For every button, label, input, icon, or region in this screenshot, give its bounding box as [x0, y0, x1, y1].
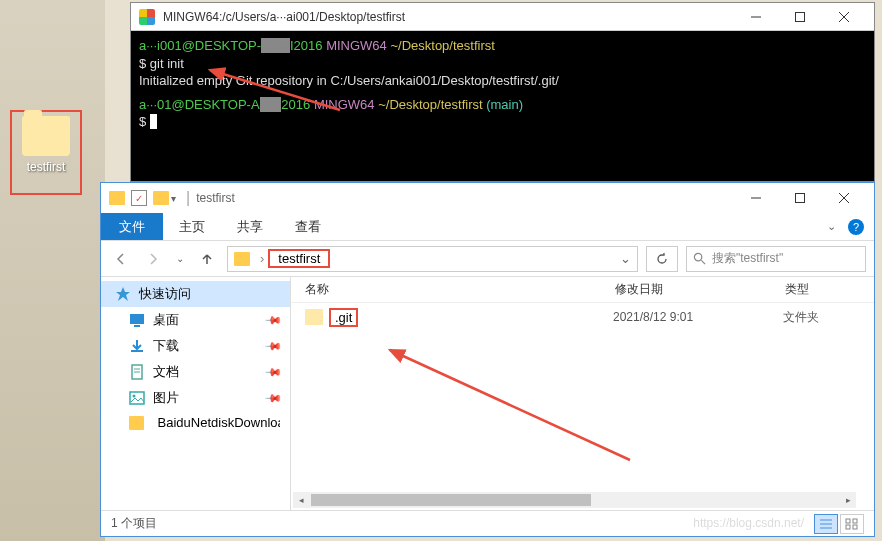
- chevron-down-icon[interactable]: ⌄: [827, 220, 836, 233]
- sidebar-item-pictures[interactable]: 图片 📌: [101, 385, 290, 411]
- terminal-body[interactable]: a···i001@DESKTOP-aaaaI2016 MINGW64 ~/Des…: [131, 31, 874, 181]
- ribbon-tab-share[interactable]: 共享: [221, 213, 279, 240]
- pictures-icon: [129, 390, 145, 406]
- folder-icon: [109, 191, 125, 205]
- mingw-logo-icon: [139, 9, 155, 25]
- file-name: .git: [329, 308, 358, 327]
- star-icon: [115, 286, 131, 302]
- chevron-down-icon[interactable]: ⌄: [620, 251, 631, 266]
- scroll-left-button[interactable]: ◂: [293, 492, 309, 508]
- explorer-titlebar[interactable]: ✓ ▾ | testfirst: [101, 183, 874, 213]
- sidebar-item-baidu[interactable]: BaiduNetdiskDownload: [101, 411, 290, 434]
- svg-point-17: [133, 395, 136, 398]
- pin-icon: 📌: [263, 388, 282, 407]
- svg-marker-10: [116, 287, 130, 301]
- pin-icon: 📌: [263, 336, 282, 355]
- ribbon-tab-view[interactable]: 查看: [279, 213, 337, 240]
- horizontal-scrollbar[interactable]: ◂ ▸: [293, 492, 856, 508]
- svg-rect-12: [134, 325, 140, 327]
- terminal-titlebar[interactable]: MINGW64:/c/Users/a···ai001/Desktop/testf…: [131, 3, 874, 31]
- folder-icon: [234, 252, 250, 266]
- desktop-icon: [129, 312, 145, 328]
- desktop-folder-testfirst[interactable]: testfirst: [10, 110, 82, 195]
- column-date[interactable]: 修改日期: [601, 281, 771, 298]
- file-list: 名称 修改日期 类型 .git 2021/8/12 9:01 文件夹 ◂ ▸: [291, 277, 874, 510]
- svg-rect-11: [130, 314, 144, 324]
- sidebar-item-desktop[interactable]: 桌面 📌: [101, 307, 290, 333]
- file-row-git[interactable]: .git 2021/8/12 9:01 文件夹: [291, 303, 874, 331]
- document-icon: [129, 364, 145, 380]
- folder-icon: [153, 191, 169, 205]
- details-view-button[interactable]: [814, 514, 838, 534]
- scroll-right-button[interactable]: ▸: [840, 492, 856, 508]
- svg-rect-22: [853, 519, 857, 523]
- sidebar-item-documents[interactable]: 文档 📌: [101, 359, 290, 385]
- minimize-button[interactable]: [734, 3, 778, 31]
- watermark: https://blog.csdn.net/: [693, 516, 804, 530]
- help-button[interactable]: ?: [848, 219, 864, 235]
- breadcrumb-testfirst[interactable]: testfirst: [268, 249, 330, 268]
- folder-label: testfirst: [27, 160, 66, 174]
- sidebar-item-quick-access[interactable]: 快速访问: [101, 281, 290, 307]
- mingw64-terminal-window: MINGW64:/c/Users/a···ai001/Desktop/testf…: [130, 2, 875, 182]
- close-button[interactable]: [822, 3, 866, 31]
- window-title: testfirst: [196, 191, 734, 205]
- file-date: 2021/8/12 9:01: [613, 310, 783, 324]
- maximize-button[interactable]: [778, 183, 822, 213]
- svg-rect-16: [130, 392, 144, 404]
- file-type: 文件夹: [783, 309, 819, 326]
- svg-rect-1: [796, 12, 805, 21]
- download-icon: [129, 338, 145, 354]
- search-input[interactable]: 搜索"testfirst": [686, 246, 866, 272]
- pin-icon: 📌: [263, 362, 282, 381]
- scrollbar-thumb[interactable]: [311, 494, 591, 506]
- svg-rect-24: [853, 525, 857, 529]
- column-name[interactable]: 名称: [291, 281, 601, 298]
- sidebar-item-downloads[interactable]: 下载 📌: [101, 333, 290, 359]
- address-bar[interactable]: › testfirst ⌄: [227, 246, 638, 272]
- qat-checkbox[interactable]: ✓: [131, 190, 147, 206]
- forward-button[interactable]: [141, 247, 165, 271]
- terminal-title: MINGW64:/c/Users/a···ai001/Desktop/testf…: [163, 10, 734, 24]
- sidebar: 快速访问 桌面 📌 下载 📌 文档 📌 图片 📌: [101, 277, 291, 510]
- up-button[interactable]: [195, 247, 219, 271]
- ribbon: 文件 主页 共享 查看 ⌄ ?: [101, 213, 874, 241]
- nav-bar: ⌄ › testfirst ⌄ 搜索"testfirst": [101, 241, 874, 277]
- svg-rect-21: [846, 519, 850, 523]
- ribbon-tab-file[interactable]: 文件: [101, 213, 163, 240]
- column-headers: 名称 修改日期 类型: [291, 277, 874, 303]
- terminal-cursor: [150, 114, 157, 129]
- svg-line-9: [701, 260, 705, 264]
- status-bar: 1 个项目 https://blog.csdn.net/: [101, 510, 874, 536]
- pin-icon: 📌: [263, 310, 282, 329]
- search-icon: [693, 252, 706, 265]
- close-button[interactable]: [822, 183, 866, 213]
- icons-view-button[interactable]: [840, 514, 864, 534]
- svg-rect-23: [846, 525, 850, 529]
- folder-icon: [22, 116, 70, 156]
- refresh-button[interactable]: [646, 246, 678, 272]
- recent-dropdown[interactable]: ⌄: [173, 247, 187, 271]
- status-text: 1 个项目: [111, 515, 157, 532]
- ribbon-tab-home[interactable]: 主页: [163, 213, 221, 240]
- minimize-button[interactable]: [734, 183, 778, 213]
- file-explorer-window: ✓ ▾ | testfirst 文件 主页 共享 查看 ⌄ ? ⌄ › test…: [100, 182, 875, 537]
- folder-icon: [305, 309, 323, 325]
- back-button[interactable]: [109, 247, 133, 271]
- svg-point-8: [694, 253, 701, 260]
- folder-icon: [129, 416, 144, 430]
- svg-rect-5: [796, 194, 805, 203]
- column-type[interactable]: 类型: [771, 281, 851, 298]
- maximize-button[interactable]: [778, 3, 822, 31]
